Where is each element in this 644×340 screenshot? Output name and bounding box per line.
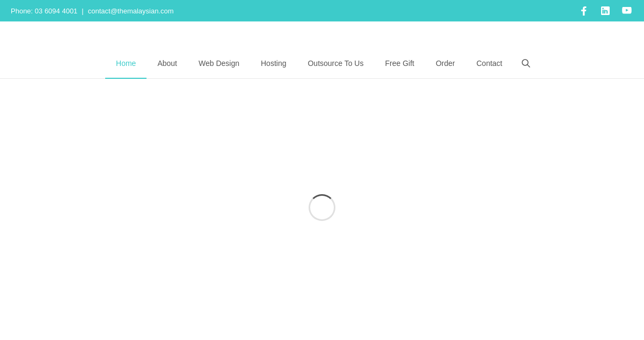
topbar-email[interactable]: contact@themalaysian.com (88, 7, 174, 15)
nav-item-contact[interactable]: Contact (466, 54, 513, 73)
nav-item-hosting[interactable]: Hosting (250, 54, 297, 73)
topbar-separator: | (82, 7, 83, 15)
nav-item-webdesign[interactable]: Web Design (188, 54, 250, 73)
main-content (0, 79, 644, 336)
nav-item-home[interactable]: Home (105, 54, 147, 73)
main-nav: Home About Web Design Hosting Outsource … (0, 48, 644, 79)
social-icons (577, 4, 633, 17)
topbar: Phone: 03 6094 4001 | contact@themalaysi… (0, 0, 644, 21)
facebook-icon[interactable] (577, 4, 590, 17)
nav-item-outsource[interactable]: Outsource To Us (297, 54, 374, 73)
topbar-contact: Phone: 03 6094 4001 | contact@themalaysi… (11, 7, 174, 15)
loading-spinner (309, 194, 335, 221)
nav-item-freegift[interactable]: Free Gift (374, 54, 425, 73)
nav-item-order[interactable]: Order (425, 54, 466, 73)
linkedin-icon[interactable] (599, 4, 612, 17)
nav-item-about[interactable]: About (147, 54, 188, 73)
youtube-icon[interactable] (620, 4, 633, 17)
svg-line-1 (528, 65, 530, 67)
phone-text: Phone: 03 6094 4001 (11, 7, 77, 15)
loading-spinner-container (309, 194, 335, 221)
search-icon[interactable] (513, 54, 539, 73)
logo-bar (0, 21, 644, 48)
